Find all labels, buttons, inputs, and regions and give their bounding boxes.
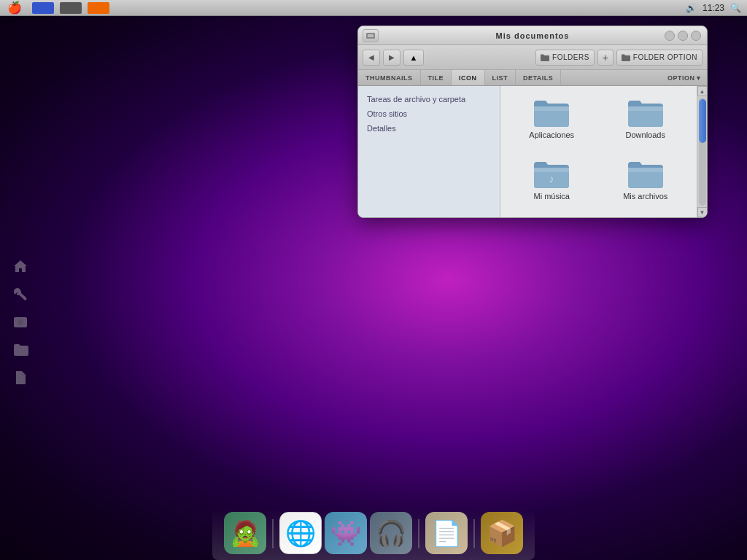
dock-document-icon: 📄 xyxy=(425,512,468,554)
svg-text:♪: ♪ xyxy=(549,173,554,184)
folder-option-label: FOLDER OPTION xyxy=(633,53,697,61)
clock: 11:23 xyxy=(703,3,724,13)
tab-details[interactable]: DETAILS xyxy=(516,70,561,85)
fm-files-grid: Aplicaciones Downloads xyxy=(500,86,697,217)
volume-icon: 🔊 xyxy=(686,3,697,13)
tab-list[interactable]: LIST xyxy=(485,70,516,85)
dock-separator-2 xyxy=(418,519,419,548)
dock-box-icon: 📦 xyxy=(481,512,523,554)
svg-point-4 xyxy=(18,319,23,325)
svg-rect-1 xyxy=(368,34,374,37)
dock-item-document[interactable]: 📄 xyxy=(425,512,468,554)
dock-item-headphone[interactable]: 🎧 xyxy=(370,512,412,554)
sidebar-details[interactable]: Detalles xyxy=(358,121,500,136)
tab-option[interactable]: OPTION ▾ xyxy=(662,70,707,85)
fm-window-buttons xyxy=(665,31,701,41)
fm-forward-btn[interactable]: ▶ xyxy=(383,50,400,66)
apple-menu[interactable]: 🍎 xyxy=(0,0,29,16)
tab-tile[interactable]: TILE xyxy=(421,70,452,85)
fm-title: Mis documentos xyxy=(496,31,570,40)
fm-titlebar: Mis documentos xyxy=(358,26,707,45)
file-mi-musica[interactable]: ♪ Mi música xyxy=(508,155,596,210)
dock-item-box[interactable]: 📦 xyxy=(481,512,523,554)
tab-thumbnails[interactable]: THUMBNAILS xyxy=(358,70,421,85)
dock-zombie-icon: 🧟 xyxy=(224,512,266,554)
fm-folders-btn[interactable]: FOLDERS xyxy=(535,50,595,66)
orange-block xyxy=(88,2,109,14)
side-folder2-icon[interactable] xyxy=(9,338,32,362)
dock: 🧟 🌐 👾 🎧 📄 📦 xyxy=(212,509,535,560)
fm-toolbar: ◀ ▶ ▲ FOLDERS + FOLDER OPTION xyxy=(358,45,707,70)
menubar: 🍎 🔊 11:23 🔍 xyxy=(0,0,747,16)
fm-add-btn[interactable]: + xyxy=(597,50,614,66)
menubar-right: 🔊 11:23 🔍 xyxy=(686,3,747,13)
scroll-up-btn[interactable]: ▲ xyxy=(697,86,708,96)
file-aplicaciones[interactable]: Aplicaciones xyxy=(508,93,596,149)
fm-sidebar: Tareas de archivo y carpeta Otros sitios… xyxy=(358,86,500,217)
fm-folder-option-btn[interactable]: FOLDER OPTION xyxy=(616,50,703,66)
fm-back-btn[interactable]: ◀ xyxy=(363,50,380,66)
dock-headphone-icon: 🎧 xyxy=(370,512,412,554)
file-aplicaciones-label: Aplicaciones xyxy=(529,131,574,139)
fm-close-btn[interactable] xyxy=(691,31,701,41)
folder-aplicaciones-icon xyxy=(533,96,570,128)
folder-small-icon xyxy=(541,54,549,61)
fm-up-btn[interactable]: ▲ xyxy=(403,50,424,66)
side-icons xyxy=(9,255,32,389)
gray-btn[interactable] xyxy=(57,0,85,16)
apple-icon: 🍎 xyxy=(7,1,22,15)
fm-minimize-btn[interactable] xyxy=(665,31,675,41)
dock-separator-1 xyxy=(272,519,274,548)
sidebar-file-tasks[interactable]: Tareas de archivo y carpeta xyxy=(358,92,500,106)
folder-downloads-icon xyxy=(627,96,665,128)
file-mis-archivos[interactable]: Mis archivos xyxy=(602,155,690,210)
side-home-icon[interactable] xyxy=(9,255,32,279)
folder-option-icon xyxy=(622,54,630,61)
side-tool-icon[interactable] xyxy=(9,283,32,306)
folder-musica-icon: ♪ xyxy=(533,158,570,190)
dock-separator-3 xyxy=(473,519,475,548)
side-photo-icon[interactable] xyxy=(9,311,32,334)
dock-monster-icon: 👾 xyxy=(325,512,367,554)
fm-scrollbar: ▲ ▼ xyxy=(697,86,707,217)
dock-item-chrome[interactable]: 🌐 xyxy=(279,512,322,554)
fm-viewtabs: THUMBNAILS TILE ICON LIST DETAILS OPTION… xyxy=(358,70,707,86)
file-downloads-label: Downloads xyxy=(626,131,665,139)
search-menubar-icon[interactable]: 🔍 xyxy=(730,3,741,13)
file-mi-musica-label: Mi música xyxy=(533,192,570,201)
tab-icon[interactable]: ICON xyxy=(452,70,485,85)
blue-btn[interactable] xyxy=(29,0,57,16)
folder-archivos-icon xyxy=(627,158,665,190)
menubar-left: 🍎 xyxy=(0,0,112,16)
blue-block xyxy=(32,2,54,14)
fm-content: Tareas de archivo y carpeta Otros sitios… xyxy=(358,86,707,217)
dock-chrome-icon: 🌐 xyxy=(279,512,322,554)
file-manager-window: Mis documentos ◀ ▶ ▲ FOLDERS + FOLDER OP… xyxy=(357,26,708,218)
folders-btn-label: FOLDERS xyxy=(552,53,589,61)
orange-btn[interactable] xyxy=(85,0,112,16)
dock-item-zombie[interactable]: 🧟 xyxy=(224,512,266,554)
dock-item-monster[interactable]: 👾 xyxy=(325,512,367,554)
scroll-down-btn[interactable]: ▼ xyxy=(697,207,708,217)
side-file-icon[interactable] xyxy=(9,366,32,389)
sidebar-other-sites[interactable]: Otros sitios xyxy=(358,106,500,121)
file-mis-archivos-label: Mis archivos xyxy=(623,192,667,201)
fm-maximize-btn[interactable] xyxy=(678,31,688,41)
scroll-thumb[interactable] xyxy=(699,99,706,143)
file-downloads[interactable]: Downloads xyxy=(602,93,690,149)
scroll-track[interactable] xyxy=(699,98,706,206)
fm-drive-icon xyxy=(363,29,379,42)
gray-block xyxy=(60,2,82,14)
